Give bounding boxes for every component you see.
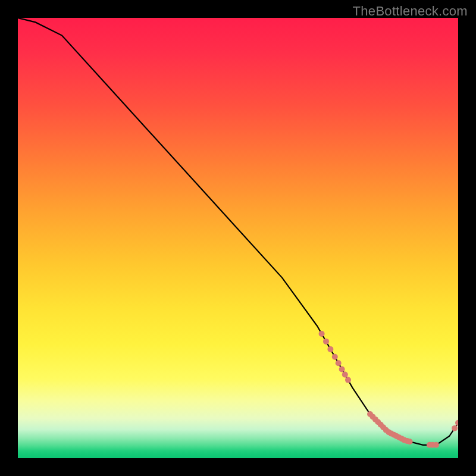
watermark-text: TheBottleneck.com [353, 4, 468, 19]
plot-area [18, 18, 458, 458]
curve-markers [319, 331, 458, 448]
marker-dot [319, 331, 325, 337]
marker-dot [407, 439, 413, 444]
marker-dot [455, 420, 458, 426]
marker-dot [339, 367, 345, 372]
marker-dot [342, 372, 348, 378]
marker-dot [327, 346, 333, 352]
marker-dot [336, 360, 342, 366]
curve-line-group [18, 18, 458, 445]
bottleneck-curve [18, 18, 458, 445]
marker-dot [345, 377, 351, 383]
chart-frame: TheBottleneck.com [0, 0, 476, 476]
marker-dot [332, 354, 338, 360]
marker-dot [452, 425, 458, 431]
marker-dot [433, 442, 439, 448]
curve-svg [18, 18, 458, 458]
marker-dot [323, 339, 329, 345]
